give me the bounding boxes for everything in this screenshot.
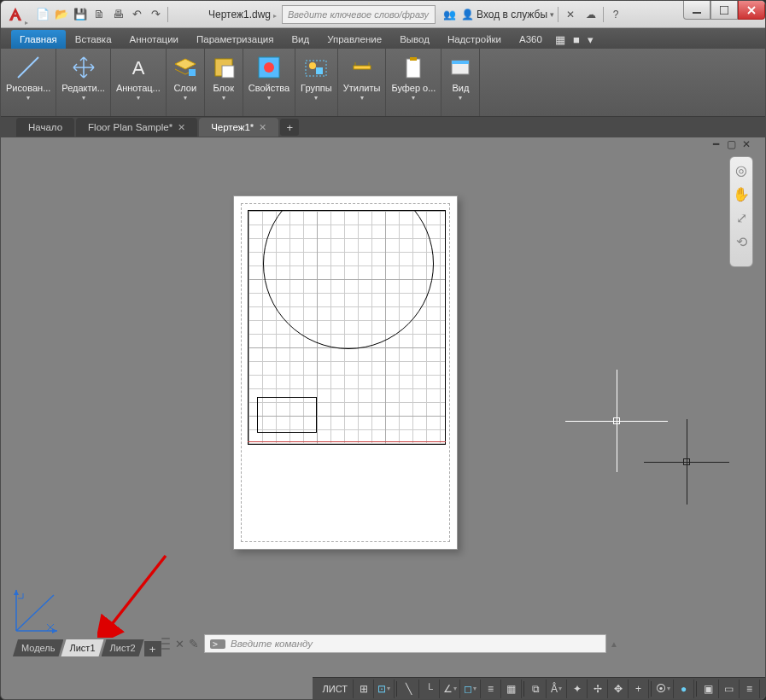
close-button[interactable] bbox=[738, 1, 765, 20]
annotation-monitor-icon[interactable]: + bbox=[629, 680, 649, 698]
document-tab[interactable]: Чертеж1*✕ bbox=[199, 118, 278, 137]
infocenter-icon[interactable]: 👥 bbox=[441, 6, 458, 23]
ribbon-button-move[interactable]: Редакти... bbox=[56, 50, 110, 103]
workspace-switcher[interactable]: ✥ bbox=[608, 680, 629, 698]
ribbon-tab-a360[interactable]: A360 bbox=[511, 30, 551, 49]
clean-screen-button[interactable]: ▭ bbox=[719, 680, 740, 698]
layout-tabs: МодельЛист1Лист2+ bbox=[13, 638, 161, 656]
isolate-objects-button[interactable]: ▣ bbox=[699, 680, 719, 698]
navigation-bar[interactable]: ◎ ✋ ⤢ ⟲ bbox=[729, 156, 753, 267]
layout-tab-лист1[interactable]: Лист1 bbox=[61, 639, 103, 656]
commandline-grip[interactable] bbox=[161, 636, 170, 651]
ribbon-tab-аннотации[interactable]: Аннотации bbox=[121, 30, 187, 49]
ribbon-tab-главная[interactable]: Главная bbox=[11, 30, 66, 49]
ribbon-button-props[interactable]: Свойства bbox=[243, 50, 295, 103]
orbit-icon[interactable]: ⟲ bbox=[734, 234, 749, 249]
selection-cycling-toggle[interactable]: ⧉ bbox=[526, 680, 547, 698]
signin-button[interactable]: 👤Вход в службы bbox=[461, 9, 554, 20]
help-icon[interactable]: ? bbox=[607, 6, 624, 23]
grid-toggle[interactable]: ⊡ bbox=[374, 680, 395, 698]
paper-model-toggle[interactable]: ⊞ bbox=[354, 680, 374, 698]
ribbon-tab-надстройки[interactable]: Надстройки bbox=[439, 30, 510, 49]
ribbon-tab-параметризация[interactable]: Параметризация bbox=[188, 30, 282, 49]
customize-status-icon[interactable]: ≡ bbox=[740, 680, 760, 698]
new-button[interactable]: 📄 bbox=[33, 5, 52, 24]
annotation-visibility-toggle[interactable]: ✦ bbox=[567, 680, 588, 698]
app-menu-button[interactable] bbox=[1, 1, 30, 28]
layout-paper[interactable] bbox=[233, 195, 458, 550]
canvas-close-icon[interactable]: ✕ bbox=[740, 137, 753, 151]
rectangle-entity[interactable] bbox=[257, 397, 317, 433]
annotation-autoscale-toggle[interactable]: ✢ bbox=[588, 680, 608, 698]
util-icon bbox=[348, 54, 376, 81]
pan-icon[interactable]: ✋ bbox=[734, 186, 749, 201]
command-input[interactable]: Введите команду bbox=[204, 634, 606, 653]
ribbon-tab-вывод[interactable]: Вывод bbox=[391, 30, 438, 49]
document-title[interactable]: Чертеж1.dwg bbox=[208, 9, 277, 20]
window-controls bbox=[683, 1, 765, 20]
hardware-accel-toggle[interactable]: ● bbox=[674, 680, 694, 698]
osnap-toggle[interactable]: ◻ bbox=[460, 680, 481, 698]
ribbon-button-line[interactable]: Рисован... bbox=[1, 50, 56, 103]
ortho-toggle[interactable]: └ bbox=[419, 680, 440, 698]
snap-toggle[interactable]: ╲ bbox=[399, 680, 419, 698]
new-tab-button[interactable]: + bbox=[280, 119, 299, 136]
ribbon-button-view[interactable]: Вид bbox=[441, 50, 479, 103]
lineweight-toggle[interactable]: ≡ bbox=[481, 680, 501, 698]
minimize-button[interactable] bbox=[683, 1, 710, 20]
saveas-button[interactable]: 🗎 bbox=[90, 5, 108, 24]
zoom-icon[interactable]: ⤢ bbox=[734, 210, 749, 225]
navwheel-icon[interactable]: ◎ bbox=[734, 162, 749, 178]
polar-toggle[interactable]: ∠ bbox=[440, 680, 460, 698]
maximize-button[interactable] bbox=[710, 1, 738, 20]
ribbon-button-block[interactable]: Блок bbox=[205, 50, 243, 103]
ucs-icon[interactable] bbox=[11, 583, 64, 636]
transparency-toggle[interactable]: ▦ bbox=[501, 680, 522, 698]
canvas-window-controls: ━ ▢ ✕ bbox=[709, 137, 753, 151]
svg-rect-12 bbox=[354, 66, 371, 69]
undo-button[interactable]: ↶ bbox=[127, 5, 146, 24]
layout-tab-модель[interactable]: Модель bbox=[13, 639, 63, 656]
commandline-history-icon[interactable]: ▲ bbox=[610, 639, 622, 649]
ribbon-option-icon[interactable]: ▦ bbox=[552, 30, 569, 49]
ribbon-button-clip[interactable]: Буфер о... bbox=[386, 50, 441, 103]
layout-tab-лист2[interactable]: Лист2 bbox=[102, 639, 144, 656]
document-tab[interactable]: Floor Plan Sample*✕ bbox=[76, 118, 197, 137]
title-right-group: 👥 👤Вход в службы ✕ ☁ ? bbox=[441, 6, 624, 23]
commandline-close-icon[interactable]: ✕ bbox=[173, 638, 185, 650]
open-button[interactable]: 📂 bbox=[52, 5, 71, 24]
print-button[interactable]: 🖶 bbox=[108, 5, 127, 24]
ribbon-option-icon[interactable]: ▾ bbox=[584, 30, 597, 49]
ribbon-tab-вид[interactable]: Вид bbox=[283, 30, 318, 49]
exchange-icon[interactable]: ✕ bbox=[562, 6, 579, 23]
ribbon-button-group[interactable]: Группы bbox=[295, 50, 337, 103]
tab-close-icon[interactable]: ✕ bbox=[259, 122, 266, 133]
ribbon-button-util[interactable]: Утилиты bbox=[338, 50, 386, 103]
commandline-customize-icon[interactable]: ✎ bbox=[189, 637, 201, 650]
new-layout-button[interactable]: + bbox=[144, 641, 161, 656]
canvas-minimize-icon[interactable]: ━ bbox=[709, 137, 722, 151]
drawing-area[interactable]: ━ ▢ ✕ ◎ ✋ ⤢ ⟲ bbox=[8, 137, 758, 656]
titlebar: 📄 📂 💾 🗎 🖶 ↶ ↷ Чертеж1.dwg Введите ключев… bbox=[1, 1, 765, 28]
document-tab[interactable]: Начало bbox=[16, 118, 74, 137]
viewport[interactable] bbox=[248, 210, 446, 445]
ribbon-tab-управление[interactable]: Управление bbox=[319, 30, 390, 49]
ribbon-option-icon[interactable]: ■ bbox=[570, 30, 583, 49]
svg-point-10 bbox=[309, 62, 316, 69]
units-button[interactable]: ⦿ bbox=[653, 680, 674, 698]
save-button[interactable]: 💾 bbox=[71, 5, 90, 24]
redo-button[interactable]: ↷ bbox=[146, 5, 165, 24]
annotation-scale-button[interactable]: Å bbox=[547, 680, 567, 698]
quick-access-toolbar: 📄 📂 💾 🗎 🖶 ↶ ↷ bbox=[30, 5, 174, 24]
ribbon-button-layers[interactable]: Слои bbox=[167, 50, 204, 103]
a360-icon[interactable]: ☁ bbox=[582, 6, 599, 23]
canvas-maximize-icon[interactable]: ▢ bbox=[724, 137, 738, 151]
ribbon-tab-вставка[interactable]: Вставка bbox=[67, 30, 120, 49]
crosshair-cursor bbox=[565, 370, 668, 472]
layers-icon bbox=[172, 54, 199, 81]
ribbon-button-text[interactable]: AАннотац... bbox=[111, 50, 166, 103]
search-input[interactable]: Введите ключевое слово/фразу bbox=[282, 5, 436, 24]
svg-point-8 bbox=[264, 62, 274, 73]
space-label[interactable]: ЛИСТ bbox=[318, 680, 354, 698]
tab-close-icon[interactable]: ✕ bbox=[178, 122, 185, 133]
